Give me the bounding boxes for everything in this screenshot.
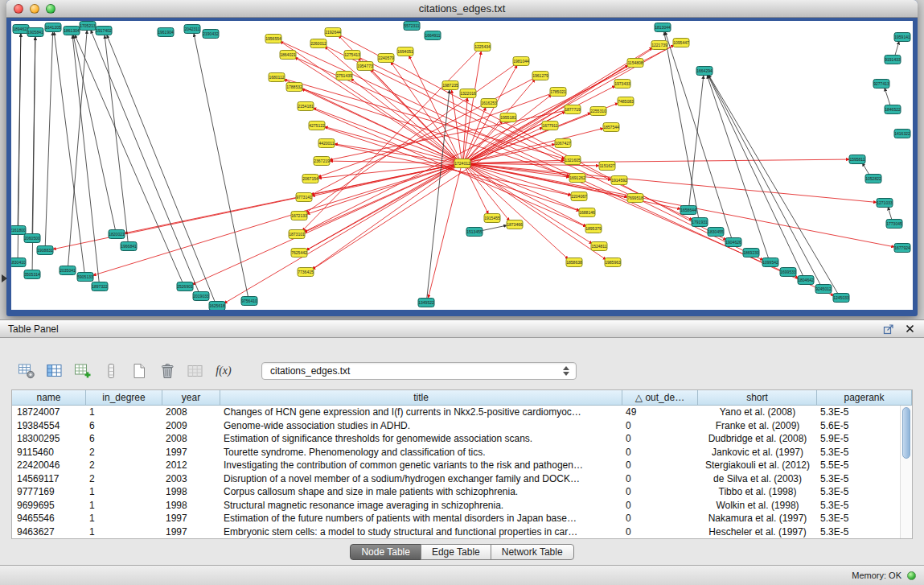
graph-node[interactable]: 1961279: [532, 72, 548, 80]
graph-node[interactable]: 1221739: [651, 41, 667, 50]
column-header-pagerank[interactable]: pagerank: [817, 390, 912, 406]
graph-node[interactable]: 1908831: [37, 246, 53, 255]
close-panel-button[interactable]: [906, 324, 914, 333]
graph-node[interactable]: 1225434: [474, 43, 491, 51]
graph-node[interactable]: 1705213: [80, 22, 96, 31]
graph-node[interactable]: 1830410: [11, 258, 26, 267]
graph-node[interactable]: 1641205: [45, 23, 61, 32]
graph-node[interactable]: 1877719: [565, 105, 581, 114]
graph-node[interactable]: 1904626: [725, 238, 741, 247]
graph-node[interactable]: 1625618: [209, 302, 225, 311]
column-header-short[interactable]: short: [698, 390, 817, 406]
table-row[interactable]: 1456911722003Disruption of a novel membe…: [12, 472, 899, 486]
graph-node[interactable]: 1724012: [454, 159, 470, 168]
graph-node[interactable]: 2751439: [336, 72, 352, 80]
graph-node[interactable]: 9773141: [296, 193, 312, 202]
table-row[interactable]: 1830029562008Estimation of significance …: [12, 432, 899, 446]
graph-node[interactable]: 1099542: [762, 258, 778, 267]
delete-table-button[interactable]: [157, 360, 178, 381]
graph-node[interactable]: 9277413: [873, 80, 889, 89]
graph-node[interactable]: 1151627: [599, 162, 615, 171]
graph-node[interactable]: 1513455: [466, 228, 483, 237]
graph-node[interactable]: 1595811: [849, 155, 865, 164]
graph-node[interactable]: 2190432: [203, 30, 219, 39]
graph-node[interactable]: 7736415: [298, 268, 314, 277]
graph-node[interactable]: 1894623: [13, 25, 29, 34]
graph-node[interactable]: 1981044: [513, 57, 529, 66]
graph-node[interactable]: 7485083: [618, 97, 634, 106]
graph-node[interactable]: 1699533: [780, 268, 796, 277]
column-header-title[interactable]: title: [220, 390, 622, 406]
graph-node[interactable]: 4420011: [318, 139, 335, 148]
graph-node[interactable]: 2154181: [298, 102, 314, 111]
zoom-button[interactable]: [46, 4, 55, 14]
graph-node[interactable]: 1677924: [894, 244, 910, 253]
show-columns-button[interactable]: [44, 360, 65, 381]
vertical-scrollbar[interactable]: [900, 406, 912, 538]
column-header-year[interactable]: year: [162, 390, 220, 406]
graph-node[interactable]: 1524811: [591, 242, 607, 251]
merge-tables-button[interactable]: [185, 360, 206, 381]
table-row[interactable]: 969969511998Structural magnetic resonanc…: [12, 499, 899, 513]
graph-node[interactable]: 1616253: [481, 99, 497, 108]
graph-node[interactable]: 9245012: [815, 285, 832, 294]
graph-node[interactable]: 1349522: [418, 299, 434, 307]
table-row[interactable]: 946362711997Embryonic stem cells: a mode…: [12, 525, 899, 539]
graph-node[interactable]: 1067427: [555, 139, 571, 148]
graph-node[interactable]: 1688146: [579, 208, 595, 217]
collapse-handle-icon[interactable]: [2, 274, 7, 282]
graph-node[interactable]: 1905841: [27, 28, 43, 37]
graph-node[interactable]: 1813044: [655, 23, 671, 32]
graph-node[interactable]: 1873466: [507, 220, 523, 229]
graph-node[interactable]: 1985963: [605, 258, 621, 267]
graph-node[interactable]: 1785021: [550, 88, 566, 97]
graph-node[interactable]: 1788532: [286, 83, 302, 92]
graph-node[interactable]: 1245033: [833, 294, 849, 303]
column-header-name[interactable]: name: [12, 390, 86, 406]
close-button[interactable]: [14, 4, 23, 14]
graph-node[interactable]: 1857544: [603, 123, 619, 132]
graph-node[interactable]: 1914592: [611, 176, 627, 185]
graph-node[interactable]: 2060500: [24, 234, 40, 243]
graph-node[interactable]: 1954773: [357, 62, 373, 71]
graph-node[interactable]: 2204067: [571, 192, 587, 201]
graph-node[interactable]: 1897322: [92, 282, 108, 291]
graph-node[interactable]: 2192644: [325, 28, 341, 37]
graph-node[interactable]: 1658644: [680, 206, 696, 215]
graph-node[interactable]: 1858638: [566, 258, 582, 267]
graph-node[interactable]: 1664911: [425, 31, 441, 40]
graph-node[interactable]: 1804642: [798, 276, 814, 285]
graph-node[interactable]: 1694051: [397, 47, 413, 56]
minimize-button[interactable]: [30, 4, 39, 14]
graph-node[interactable]: 2067154: [302, 175, 318, 183]
graph-node[interactable]: 2161800: [11, 226, 26, 235]
graph-node[interactable]: 2255310: [590, 107, 606, 116]
graph-node[interactable]: 1680112: [269, 73, 285, 82]
table-row[interactable]: 1872400712008Changes of HCN gene express…: [12, 406, 899, 419]
graph-node[interactable]: 5572311: [404, 22, 420, 31]
graph-node[interactable]: 1895379: [585, 225, 602, 233]
graph-node[interactable]: 3505314: [24, 270, 40, 279]
graph-node[interactable]: 1973433: [614, 80, 630, 89]
graph-node[interactable]: 1677911: [542, 122, 558, 130]
graph-node[interactable]: 1861304: [64, 27, 80, 35]
scrollbar-thumb[interactable]: [902, 407, 910, 459]
network-canvas[interactable]: 1724012195655418640212260012219264412754…: [11, 21, 913, 310]
graph-node[interactable]: 2367219: [314, 157, 330, 166]
graph-node[interactable]: 7625442: [291, 249, 307, 257]
table-row[interactable]: 1938455462009Genome-wide association stu…: [12, 419, 899, 433]
graph-node[interactable]: 1830455: [708, 228, 724, 237]
graph-node[interactable]: 2019033: [193, 292, 209, 301]
graph-node[interactable]: 1955181: [500, 113, 516, 122]
graph-node[interactable]: 4275122: [309, 122, 325, 130]
graph-node[interactable]: 1154808: [627, 59, 643, 68]
graph-node[interactable]: 1869230: [743, 249, 759, 257]
graph-node[interactable]: 9191433: [885, 56, 901, 64]
graph-node[interactable]: 1915455: [484, 214, 500, 223]
table-mode-button[interactable]: [16, 360, 37, 381]
graph-node[interactable]: 1917402: [96, 27, 112, 35]
graph-node[interactable]: 5905133: [77, 273, 93, 282]
graph-node[interactable]: 1275413: [344, 51, 360, 60]
table-row[interactable]: 911546021997Tourette syndrome. Phenomeno…: [12, 446, 899, 459]
graph-node[interactable]: 1959141: [894, 33, 910, 42]
